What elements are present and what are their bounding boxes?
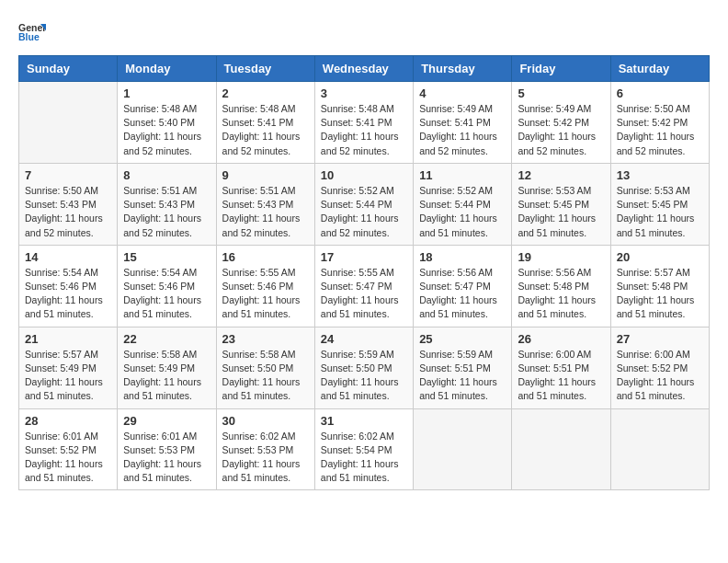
calendar-week-1: 1Sunrise: 5:48 AM Sunset: 5:40 PM Daylig… — [19, 82, 710, 164]
day-number: 10 — [321, 168, 407, 182]
day-info: Sunrise: 5:57 AM Sunset: 5:49 PM Dayligh… — [25, 348, 111, 404]
day-info: Sunrise: 5:54 AM Sunset: 5:46 PM Dayligh… — [25, 266, 111, 322]
day-number: 15 — [123, 250, 210, 264]
day-info: Sunrise: 5:48 AM Sunset: 5:40 PM Dayligh… — [123, 102, 210, 158]
calendar-cell: 30Sunrise: 6:02 AM Sunset: 5:53 PM Dayli… — [216, 408, 314, 490]
day-number: 30 — [222, 414, 309, 428]
day-number: 14 — [25, 250, 111, 264]
calendar-cell: 5Sunrise: 5:49 AM Sunset: 5:42 PM Daylig… — [512, 82, 610, 164]
calendar-cell: 27Sunrise: 6:00 AM Sunset: 5:52 PM Dayli… — [610, 327, 709, 408]
day-number: 17 — [321, 250, 407, 264]
day-info: Sunrise: 5:48 AM Sunset: 5:41 PM Dayligh… — [222, 102, 309, 158]
day-number: 2 — [222, 86, 309, 100]
day-number: 31 — [321, 414, 407, 428]
calendar-body: 1Sunrise: 5:48 AM Sunset: 5:40 PM Daylig… — [19, 82, 710, 490]
calendar-cell: 20Sunrise: 5:57 AM Sunset: 5:48 PM Dayli… — [610, 245, 709, 327]
calendar-cell: 10Sunrise: 5:52 AM Sunset: 5:44 PM Dayli… — [314, 163, 413, 245]
weekday-header-wednesday: Wednesday — [314, 56, 413, 82]
calendar-cell: 12Sunrise: 5:53 AM Sunset: 5:45 PM Dayli… — [512, 163, 610, 245]
calendar-cell — [414, 408, 512, 490]
day-number: 16 — [222, 250, 309, 264]
logo: General Blue — [18, 18, 46, 46]
weekday-header-monday: Monday — [118, 56, 216, 82]
calendar-cell: 31Sunrise: 6:02 AM Sunset: 5:54 PM Dayli… — [314, 408, 413, 490]
weekday-header-friday: Friday — [512, 56, 610, 82]
day-number: 24 — [321, 332, 407, 346]
calendar-cell: 9Sunrise: 5:51 AM Sunset: 5:43 PM Daylig… — [216, 163, 314, 245]
day-number: 3 — [321, 86, 407, 100]
day-info: Sunrise: 5:50 AM Sunset: 5:43 PM Dayligh… — [25, 184, 111, 240]
calendar-cell: 11Sunrise: 5:52 AM Sunset: 5:44 PM Dayli… — [414, 163, 512, 245]
day-info: Sunrise: 6:00 AM Sunset: 5:52 PM Dayligh… — [617, 348, 703, 404]
day-number: 1 — [123, 86, 210, 100]
calendar-cell — [19, 82, 118, 164]
calendar-cell: 25Sunrise: 5:59 AM Sunset: 5:51 PM Dayli… — [414, 327, 512, 408]
calendar-cell: 17Sunrise: 5:55 AM Sunset: 5:47 PM Dayli… — [314, 245, 413, 327]
weekday-header-tuesday: Tuesday — [216, 56, 314, 82]
day-info: Sunrise: 5:48 AM Sunset: 5:41 PM Dayligh… — [321, 102, 407, 158]
calendar-cell: 14Sunrise: 5:54 AM Sunset: 5:46 PM Dayli… — [19, 245, 118, 327]
day-info: Sunrise: 6:02 AM Sunset: 5:53 PM Dayligh… — [222, 430, 309, 486]
day-number: 26 — [518, 332, 604, 346]
day-info: Sunrise: 5:52 AM Sunset: 5:44 PM Dayligh… — [419, 184, 506, 240]
day-number: 27 — [617, 332, 703, 346]
day-info: Sunrise: 5:59 AM Sunset: 5:51 PM Dayligh… — [419, 348, 506, 404]
weekday-header-saturday: Saturday — [610, 56, 709, 82]
day-info: Sunrise: 5:55 AM Sunset: 5:46 PM Dayligh… — [222, 266, 309, 322]
calendar-cell: 4Sunrise: 5:49 AM Sunset: 5:41 PM Daylig… — [414, 82, 512, 164]
day-number: 13 — [617, 168, 703, 182]
day-info: Sunrise: 5:59 AM Sunset: 5:50 PM Dayligh… — [321, 348, 407, 404]
svg-text:Blue: Blue — [18, 31, 40, 42]
calendar-cell: 7Sunrise: 5:50 AM Sunset: 5:43 PM Daylig… — [19, 163, 118, 245]
day-info: Sunrise: 5:56 AM Sunset: 5:48 PM Dayligh… — [518, 266, 604, 322]
day-info: Sunrise: 6:01 AM Sunset: 5:52 PM Dayligh… — [25, 430, 111, 486]
calendar-cell: 22Sunrise: 5:58 AM Sunset: 5:49 PM Dayli… — [118, 327, 216, 408]
calendar-cell: 2Sunrise: 5:48 AM Sunset: 5:41 PM Daylig… — [216, 82, 314, 164]
day-info: Sunrise: 5:54 AM Sunset: 5:46 PM Dayligh… — [123, 266, 210, 322]
calendar-table: SundayMondayTuesdayWednesdayThursdayFrid… — [18, 55, 710, 490]
day-info: Sunrise: 5:56 AM Sunset: 5:47 PM Dayligh… — [419, 266, 506, 322]
day-number: 9 — [222, 168, 309, 182]
calendar-cell: 3Sunrise: 5:48 AM Sunset: 5:41 PM Daylig… — [314, 82, 413, 164]
day-info: Sunrise: 5:51 AM Sunset: 5:43 PM Dayligh… — [123, 184, 210, 240]
day-info: Sunrise: 5:53 AM Sunset: 5:45 PM Dayligh… — [617, 184, 703, 240]
calendar-cell: 28Sunrise: 6:01 AM Sunset: 5:52 PM Dayli… — [19, 408, 118, 490]
calendar-cell: 23Sunrise: 5:58 AM Sunset: 5:50 PM Dayli… — [216, 327, 314, 408]
day-info: Sunrise: 5:49 AM Sunset: 5:42 PM Dayligh… — [518, 102, 604, 158]
page-header: General Blue — [18, 18, 710, 46]
calendar-cell: 21Sunrise: 5:57 AM Sunset: 5:49 PM Dayli… — [19, 327, 118, 408]
day-info: Sunrise: 5:49 AM Sunset: 5:41 PM Dayligh… — [419, 102, 506, 158]
calendar-week-5: 28Sunrise: 6:01 AM Sunset: 5:52 PM Dayli… — [19, 408, 710, 490]
day-number: 5 — [518, 86, 604, 100]
calendar-cell: 15Sunrise: 5:54 AM Sunset: 5:46 PM Dayli… — [118, 245, 216, 327]
day-number: 12 — [518, 168, 604, 182]
day-info: Sunrise: 6:02 AM Sunset: 5:54 PM Dayligh… — [321, 430, 407, 486]
calendar-cell: 13Sunrise: 5:53 AM Sunset: 5:45 PM Dayli… — [610, 163, 709, 245]
day-number: 18 — [419, 250, 506, 264]
weekday-header-thursday: Thursday — [414, 56, 512, 82]
day-number: 6 — [617, 86, 703, 100]
calendar-week-4: 21Sunrise: 5:57 AM Sunset: 5:49 PM Dayli… — [19, 327, 710, 408]
logo-icon: General Blue — [18, 18, 46, 46]
day-info: Sunrise: 6:00 AM Sunset: 5:51 PM Dayligh… — [518, 348, 604, 404]
calendar-cell — [610, 408, 709, 490]
calendar-cell: 6Sunrise: 5:50 AM Sunset: 5:42 PM Daylig… — [610, 82, 709, 164]
day-number: 7 — [25, 168, 111, 182]
day-number: 23 — [222, 332, 309, 346]
calendar-cell: 1Sunrise: 5:48 AM Sunset: 5:40 PM Daylig… — [118, 82, 216, 164]
calendar-cell: 16Sunrise: 5:55 AM Sunset: 5:46 PM Dayli… — [216, 245, 314, 327]
day-info: Sunrise: 5:52 AM Sunset: 5:44 PM Dayligh… — [321, 184, 407, 240]
day-info: Sunrise: 5:55 AM Sunset: 5:47 PM Dayligh… — [321, 266, 407, 322]
calendar-cell: 8Sunrise: 5:51 AM Sunset: 5:43 PM Daylig… — [118, 163, 216, 245]
calendar-cell — [512, 408, 610, 490]
day-number: 28 — [25, 414, 111, 428]
day-info: Sunrise: 5:53 AM Sunset: 5:45 PM Dayligh… — [518, 184, 604, 240]
day-number: 21 — [25, 332, 111, 346]
day-number: 22 — [123, 332, 210, 346]
calendar-cell: 29Sunrise: 6:01 AM Sunset: 5:53 PM Dayli… — [118, 408, 216, 490]
day-info: Sunrise: 5:57 AM Sunset: 5:48 PM Dayligh… — [617, 266, 703, 322]
day-info: Sunrise: 6:01 AM Sunset: 5:53 PM Dayligh… — [123, 430, 210, 486]
weekday-header-sunday: Sunday — [19, 56, 118, 82]
day-number: 20 — [617, 250, 703, 264]
day-number: 19 — [518, 250, 604, 264]
